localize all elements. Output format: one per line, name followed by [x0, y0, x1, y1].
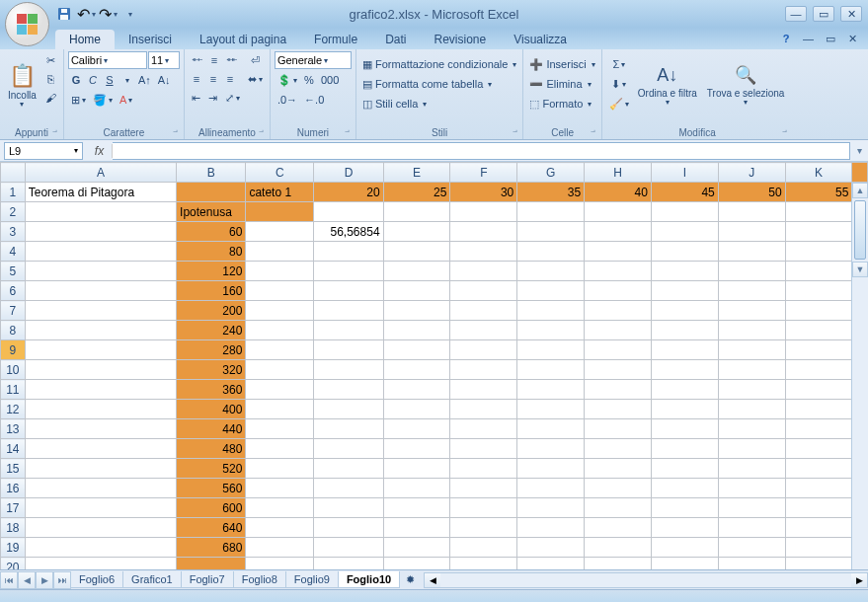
cell-F15[interactable]: [450, 459, 517, 479]
cell-E5[interactable]: [383, 262, 450, 281]
maximize-button[interactable]: ▭: [813, 6, 834, 22]
cell-J2[interactable]: [718, 202, 785, 222]
cell-I6[interactable]: [651, 281, 718, 301]
new-sheet-button[interactable]: ✹: [402, 571, 418, 589]
cell-K14[interactable]: [785, 439, 852, 459]
cell-C13[interactable]: [246, 419, 314, 439]
cell-C19[interactable]: [246, 538, 314, 558]
currency-button[interactable]: 💲: [275, 71, 300, 89]
border-button[interactable]: ⊞: [68, 91, 89, 109]
cell-I2[interactable]: [651, 202, 718, 222]
scroll-left-button[interactable]: ◀: [425, 573, 440, 587]
cell-C1[interactable]: cateto 1: [246, 183, 314, 202]
fx-button[interactable]: fx: [87, 144, 113, 158]
cell-F7[interactable]: [450, 301, 517, 321]
cell-A15[interactable]: [25, 459, 176, 479]
decrease-decimal-button[interactable]: ←.0: [301, 91, 327, 109]
close-button[interactable]: ✕: [840, 6, 862, 22]
underline-button[interactable]: S: [102, 71, 118, 89]
col-header-J[interactable]: J: [718, 163, 785, 183]
align-bottom-button[interactable]: ⬵: [223, 51, 240, 69]
font-combo[interactable]: Calibri: [68, 51, 147, 69]
cell-E20[interactable]: [383, 558, 450, 571]
cell-K13[interactable]: [785, 419, 852, 439]
cell-H13[interactable]: [585, 419, 652, 439]
cell-H2[interactable]: [585, 202, 652, 222]
cell-A10[interactable]: [25, 360, 176, 380]
cell-H14[interactable]: [585, 439, 652, 459]
cell-D5[interactable]: [314, 262, 383, 281]
cell-I1[interactable]: 45: [651, 183, 718, 202]
cell-K7[interactable]: [785, 301, 852, 321]
format-as-table-button[interactable]: ▤Formatta come tabella: [360, 75, 494, 93]
cell-A9[interactable]: [25, 340, 176, 360]
cell-D12[interactable]: [314, 400, 383, 419]
cell-I12[interactable]: [651, 400, 718, 419]
cell-G20[interactable]: [517, 558, 585, 571]
sheet-tab-Foglio8[interactable]: Foglio8: [233, 571, 286, 588]
cell-B9[interactable]: 280: [177, 340, 246, 360]
cell-E2[interactable]: [383, 202, 450, 222]
cell-C14[interactable]: [246, 439, 314, 459]
cell-G17[interactable]: [517, 498, 585, 518]
cell-F20[interactable]: [450, 558, 517, 571]
row-header-20[interactable]: 20: [1, 558, 26, 571]
cell-G18[interactable]: [517, 518, 585, 538]
number-format-combo[interactable]: Generale: [275, 51, 352, 69]
cell-H20[interactable]: [585, 558, 652, 571]
cell-I16[interactable]: [651, 479, 718, 498]
cell-C2[interactable]: [246, 202, 314, 222]
row-header-6[interactable]: 6: [1, 281, 26, 301]
cell-H12[interactable]: [585, 400, 652, 419]
redo-button[interactable]: ↷: [99, 5, 117, 23]
cell-E18[interactable]: [383, 518, 450, 538]
cell-G5[interactable]: [517, 262, 585, 281]
cell-B17[interactable]: 600: [177, 498, 246, 518]
cell-C5[interactable]: [246, 262, 314, 281]
align-middle-button[interactable]: ≡: [206, 51, 222, 69]
row-header-9[interactable]: 9: [1, 340, 26, 360]
decrease-indent-button[interactable]: ⇤: [189, 89, 204, 107]
cell-H19[interactable]: [585, 538, 652, 558]
row-header-13[interactable]: 13: [1, 419, 26, 439]
cell-H3[interactable]: [585, 222, 652, 242]
cell-B20[interactable]: [177, 558, 246, 571]
cell-D17[interactable]: [314, 498, 383, 518]
cell-E6[interactable]: [383, 281, 450, 301]
format-cells-button[interactable]: ⬚Formato: [527, 95, 593, 113]
cell-B3[interactable]: 60: [177, 222, 246, 242]
cut-button[interactable]: ✂: [42, 51, 59, 69]
cell-C8[interactable]: [246, 321, 314, 340]
cell-H6[interactable]: [585, 281, 652, 301]
cell-D19[interactable]: [314, 538, 383, 558]
cell-C17[interactable]: [246, 498, 314, 518]
cell-A20[interactable]: [25, 558, 176, 571]
cell-B14[interactable]: 480: [177, 439, 246, 459]
cell-E7[interactable]: [383, 301, 450, 321]
cell-A8[interactable]: [25, 321, 176, 340]
copy-button[interactable]: ⎘: [42, 70, 59, 88]
cell-C16[interactable]: [246, 479, 314, 498]
last-sheet-button[interactable]: ⏭: [53, 571, 71, 589]
fill-color-button[interactable]: 🪣: [90, 91, 116, 109]
cell-I9[interactable]: [651, 340, 718, 360]
tab-layout[interactable]: Layout di pagina: [186, 30, 300, 49]
cell-H7[interactable]: [585, 301, 652, 321]
cell-J8[interactable]: [718, 321, 785, 340]
cell-G3[interactable]: [517, 222, 585, 242]
cell-G19[interactable]: [517, 538, 585, 558]
col-header-D[interactable]: D: [314, 163, 383, 183]
cell-I4[interactable]: [651, 242, 718, 262]
cell-B15[interactable]: 520: [177, 459, 246, 479]
cell-C11[interactable]: [246, 380, 314, 400]
cell-K20[interactable]: [785, 558, 852, 571]
tab-revisione[interactable]: Revisione: [420, 30, 500, 49]
cell-D20[interactable]: [314, 558, 383, 571]
cell-K2[interactable]: [785, 202, 852, 222]
cell-A3[interactable]: [25, 222, 176, 242]
cell-E15[interactable]: [383, 459, 450, 479]
cell-G11[interactable]: [517, 380, 585, 400]
shrink-font-button[interactable]: A↓: [155, 71, 174, 89]
select-all-corner[interactable]: [1, 163, 26, 183]
cell-I17[interactable]: [651, 498, 718, 518]
